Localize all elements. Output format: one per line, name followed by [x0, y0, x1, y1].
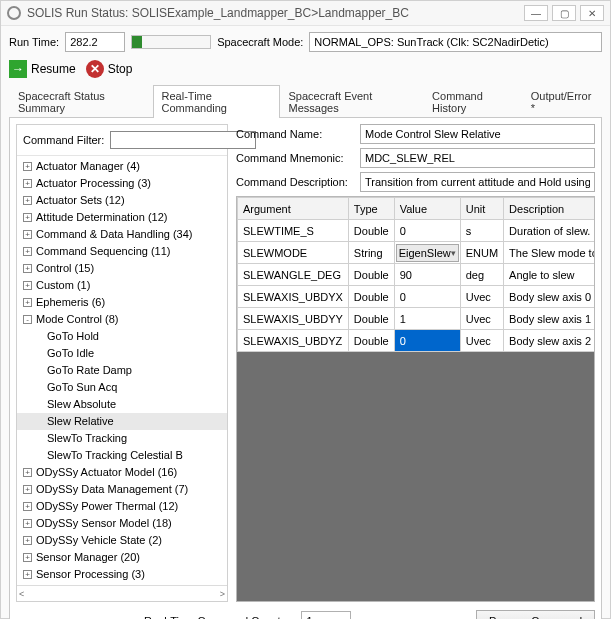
table-row[interactable]: SLEWAXIS_UBDYXDouble0UvecBody slew axis … [238, 286, 596, 308]
tree-item[interactable]: SlewTo Tracking [17, 430, 227, 447]
cell-argument[interactable]: SLEWMODE [238, 242, 349, 264]
cell-value[interactable]: 0 [394, 220, 460, 242]
tree-item[interactable]: +Attitude Determination (12) [17, 209, 227, 226]
cell-type[interactable]: Double [348, 286, 394, 308]
command-name-field[interactable] [360, 124, 595, 144]
tree-item[interactable]: +Actuator Sets (12) [17, 192, 227, 209]
minimize-button[interactable]: — [524, 5, 548, 21]
expand-icon[interactable]: + [23, 213, 32, 222]
collapse-icon[interactable]: - [23, 315, 32, 324]
cell-unit[interactable]: s [460, 220, 503, 242]
tree-item[interactable]: SlewTo Tracking Celestial B [17, 447, 227, 464]
command-mnemonic-field[interactable] [360, 148, 595, 168]
cell-description[interactable]: Duration of slew. If tim... [504, 220, 595, 242]
tree-item[interactable]: +Sensor Manager (20) [17, 549, 227, 566]
cell-argument[interactable]: SLEWTIME_S [238, 220, 349, 242]
maximize-button[interactable]: ▢ [552, 5, 576, 21]
cell-unit[interactable]: deg [460, 264, 503, 286]
counter-field[interactable] [301, 611, 351, 619]
expand-icon[interactable]: + [23, 264, 32, 273]
runtime-value[interactable] [65, 32, 125, 52]
tree-item[interactable]: +Control (15) [17, 260, 227, 277]
tree-item[interactable]: +ODySSy Actuator Model (16) [17, 464, 227, 481]
tree-item[interactable]: +Custom (1) [17, 277, 227, 294]
expand-icon[interactable]: + [23, 553, 32, 562]
expand-icon[interactable]: + [23, 281, 32, 290]
table-row[interactable]: SLEWMODEStringEigenSlew▾ENUMThe Slew mod… [238, 242, 596, 264]
cell-value[interactable]: 1 [394, 308, 460, 330]
cell-unit[interactable]: Uvec [460, 286, 503, 308]
tree-item[interactable]: +Actuator Manager (4) [17, 158, 227, 175]
cell-argument[interactable]: SLEWAXIS_UBDYY [238, 308, 349, 330]
expand-icon[interactable]: + [23, 298, 32, 307]
expand-icon[interactable]: + [23, 179, 32, 188]
tree-item[interactable]: +ODySSy Power Thermal (12) [17, 498, 227, 515]
tree-item[interactable]: +Actuator Processing (3) [17, 175, 227, 192]
chevron-down-icon[interactable]: ▾ [451, 248, 456, 258]
cell-value[interactable]: 90 [394, 264, 460, 286]
table-row[interactable]: SLEWTIME_SDouble0sDuration of slew. If t… [238, 220, 596, 242]
tab-event-messages[interactable]: Spacecraft Event Messages [280, 85, 424, 118]
cell-type[interactable]: String [348, 242, 394, 264]
expand-icon[interactable]: + [23, 502, 32, 511]
scroll-left-icon[interactable]: < [19, 589, 24, 599]
col-header-argument[interactable]: Argument [238, 198, 349, 220]
tree-item[interactable]: +Sensor Processing (3) [17, 566, 227, 583]
tree-item[interactable]: GoTo Idle [17, 345, 227, 362]
tab-command-history[interactable]: Command History [423, 85, 522, 118]
resume-button[interactable]: → Resume [9, 60, 76, 78]
mode-value[interactable] [309, 32, 602, 52]
tab-output-error[interactable]: Output/Error * [522, 85, 602, 118]
command-description-field[interactable] [360, 172, 595, 192]
stop-button[interactable]: ✕ Stop [86, 60, 133, 78]
cell-description[interactable]: Body slew axis 0 [504, 286, 595, 308]
filter-input[interactable] [110, 131, 256, 149]
tree-item[interactable]: GoTo Rate Damp [17, 362, 227, 379]
expand-icon[interactable]: + [23, 162, 32, 171]
command-tree[interactable]: +Actuator Manager (4)+Actuator Processin… [17, 156, 227, 585]
expand-icon[interactable]: + [23, 519, 32, 528]
cell-type[interactable]: Double [348, 330, 394, 352]
col-header-type[interactable]: Type [348, 198, 394, 220]
prepare-command-button[interactable]: Prepare Command [476, 610, 595, 619]
cell-unit[interactable]: Uvec [460, 308, 503, 330]
tab-realtime-commanding[interactable]: Real-Time Commanding [153, 85, 280, 118]
cell-type[interactable]: Double [348, 220, 394, 242]
tree-item[interactable]: Slew Absolute [17, 396, 227, 413]
tree-item[interactable]: +ODySSy Vehicle State (2) [17, 532, 227, 549]
cell-description[interactable]: The Slew mode to use (... [504, 242, 595, 264]
tree-item[interactable]: +ODySSy Data Management (7) [17, 481, 227, 498]
cell-argument[interactable]: SLEWANGLE_DEG [238, 264, 349, 286]
cell-value[interactable]: EigenSlew▾ [394, 242, 460, 264]
cell-description[interactable]: Body slew axis 1 [504, 308, 595, 330]
cell-unit[interactable]: Uvec [460, 330, 503, 352]
table-row[interactable]: SLEWANGLE_DEGDouble90degAngle to slew [238, 264, 596, 286]
col-header-unit[interactable]: Unit [460, 198, 503, 220]
expand-icon[interactable]: + [23, 485, 32, 494]
tree-item[interactable]: +Command & Data Handling (34) [17, 226, 227, 243]
tree-item[interactable]: +Command Sequencing (11) [17, 243, 227, 260]
cell-type[interactable]: Double [348, 264, 394, 286]
expand-icon[interactable]: + [23, 196, 32, 205]
argument-grid[interactable]: Argument Type Value Unit Description SLE… [237, 197, 595, 352]
cell-value[interactable]: 0 [394, 330, 460, 352]
tree-scrollbar-horizontal[interactable]: < > [17, 585, 227, 601]
expand-icon[interactable]: + [23, 536, 32, 545]
col-header-value[interactable]: Value [394, 198, 460, 220]
value-combobox[interactable]: EigenSlew▾ [396, 244, 459, 262]
expand-icon[interactable]: + [23, 468, 32, 477]
tree-item[interactable]: GoTo Hold [17, 328, 227, 345]
col-header-description[interactable]: Description [504, 198, 595, 220]
cell-description[interactable]: Angle to slew [504, 264, 595, 286]
cell-description[interactable]: Body slew axis 2 [504, 330, 595, 352]
tree-item[interactable]: -Mode Control (8) [17, 311, 227, 328]
table-row[interactable]: SLEWAXIS_UBDYYDouble1UvecBody slew axis … [238, 308, 596, 330]
expand-icon[interactable]: + [23, 570, 32, 579]
tab-status-summary[interactable]: Spacecraft Status Summary [9, 85, 153, 118]
tree-item[interactable]: +ODySSy Sensor Model (18) [17, 515, 227, 532]
expand-icon[interactable]: + [23, 230, 32, 239]
cell-value[interactable]: 0 [394, 286, 460, 308]
expand-icon[interactable]: + [23, 247, 32, 256]
tree-item[interactable]: +Ephemeris (6) [17, 294, 227, 311]
table-row[interactable]: SLEWAXIS_UBDYZDouble0UvecBody slew axis … [238, 330, 596, 352]
